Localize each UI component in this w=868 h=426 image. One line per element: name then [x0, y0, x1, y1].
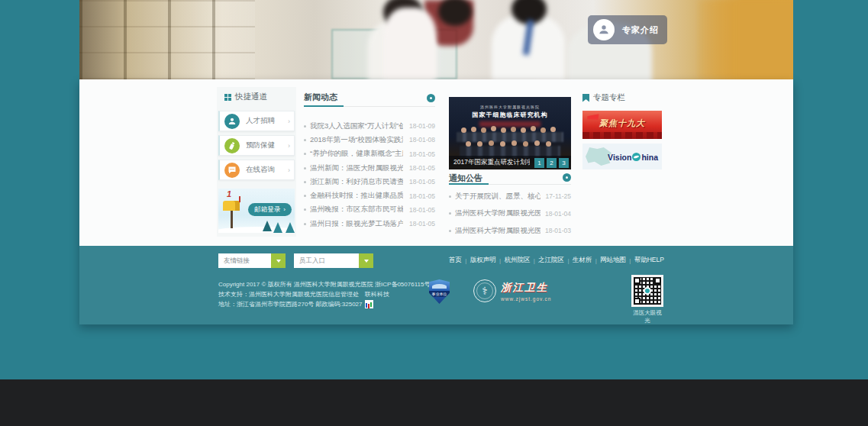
- list-item[interactable]: 温州医科大学附属眼视光医院关于车辆...18-01-04: [449, 205, 571, 223]
- page: 专家介绍 快捷通道 人才招聘 › 预防保健 ›: [0, 0, 868, 426]
- carousel-page-3[interactable]: 3: [559, 158, 569, 168]
- news-link[interactable]: “养护你的眼，健康新概念”主题公...: [310, 149, 403, 159]
- notice-link[interactable]: 关于开展院训、愿景、核心价值观征集...: [455, 192, 540, 202]
- banner-19th-congress-label: 聚焦十九大: [582, 118, 662, 129]
- carousel-page-2[interactable]: 2: [547, 158, 557, 168]
- quick-item-label: 预防保健: [246, 140, 275, 150]
- news-link[interactable]: 我院3人入选国家“万人计划”创新...: [310, 121, 403, 131]
- news-date: 18-01-05: [409, 192, 435, 200]
- globe-icon: [632, 153, 641, 161]
- news-date: 18-01-08: [409, 136, 435, 144]
- news-link[interactable]: 2018年第一场“校园体验实践活动”...: [310, 135, 403, 145]
- mailbox-illustration: 1 邮箱登录 ›: [218, 189, 295, 233]
- quick-item-label: 人才招聘: [246, 116, 275, 126]
- news-link[interactable]: 温州新闻：温医大附属眼视光医院院...: [310, 163, 403, 173]
- footer: 友情链接 员工入口 首页 | 版权声明 | 杭州院区 | 之江院区 | 生材所 …: [79, 246, 793, 324]
- mailbox-flag: [239, 196, 240, 202]
- footer-link-help[interactable]: 帮助HELP: [634, 256, 664, 265]
- content-card: 快捷通道 人才招聘 › 预防保健 › 在线咨询: [79, 79, 793, 324]
- health-seal-badge[interactable]: ⚕: [473, 279, 496, 302]
- chevron-right-icon: ›: [288, 118, 290, 125]
- bullet-icon: [449, 212, 451, 215]
- news-date: 18-01-05: [409, 220, 435, 228]
- more-icon[interactable]: [563, 173, 571, 182]
- dropdown-label: 友情链接: [218, 257, 271, 266]
- expert-intro-button[interactable]: 专家介绍: [588, 15, 667, 44]
- chevron-down-icon[interactable]: [359, 253, 373, 268]
- copyright-line: 技术支持：温州医科大学附属眼视光医院信息管理处 联科科技: [218, 289, 430, 299]
- bullet-icon: [449, 230, 451, 232]
- zhejiang-health-url: www.zjwst.gov.cn: [501, 296, 551, 302]
- footer-link-biomaterials[interactable]: 生材所: [573, 256, 592, 265]
- mail-login-button[interactable]: 邮箱登录 ›: [248, 203, 292, 216]
- news-link[interactable]: 温州日报：眼视光梦工场落户龙湾: [310, 219, 403, 229]
- special-columns-title: 专题专栏: [593, 92, 625, 103]
- news-list: 我院3人入选国家“万人计划”创新...18-01-09 2018年第一场“校园体…: [304, 119, 435, 231]
- photo-carousel[interactable]: 温州医科大学附属眼视光医院 国家干细胞临床研究机构 2017年国家重点研发计划项…: [449, 97, 571, 169]
- qr-finder: [634, 277, 641, 284]
- institution-shield-badge[interactable]: 事业单位: [429, 279, 450, 304]
- footer-link-sitemap[interactable]: 网站地图: [600, 256, 626, 265]
- footer-link-copyright[interactable]: 版权声明: [470, 256, 496, 265]
- quick-item-recruitment[interactable]: 人才招聘 ›: [218, 111, 295, 131]
- zhejiang-health-badge[interactable]: 浙江卫生 www.zjwst.gov.cn: [501, 281, 551, 302]
- bullet-icon: [304, 167, 306, 169]
- notice-link[interactable]: 温州医科大学附属眼视光医院关于流感...: [455, 226, 540, 236]
- list-item[interactable]: 关于开展院训、愿景、核心价值观征集...17-11-25: [449, 188, 571, 205]
- person-icon: [224, 114, 240, 129]
- notice-header: 通知公告: [449, 173, 571, 185]
- carousel-page-1[interactable]: 1: [534, 158, 544, 168]
- tree-shape: [286, 222, 295, 233]
- separator: |: [465, 257, 466, 264]
- vision-china-label: Visionhina: [608, 152, 658, 162]
- list-item[interactable]: 温州新闻：温医大附属眼视光医院院...18-01-05: [304, 161, 435, 175]
- notice-link[interactable]: 温州医科大学附属眼视光医院关于车辆...: [455, 208, 540, 218]
- qr-finder: [654, 277, 661, 284]
- photo-wall: [698, 0, 793, 79]
- list-item[interactable]: 浙江新闻：利好消息市民请查收！温...18-01-05: [304, 175, 435, 189]
- list-item[interactable]: 温州晚报：市区东部市民可就近看眼...18-01-05: [304, 203, 435, 217]
- bullet-icon: [304, 208, 306, 211]
- quick-item-prevention[interactable]: 预防保健 ›: [218, 135, 295, 156]
- bottom-dark-bar: [0, 379, 868, 426]
- bookmark-icon: [582, 94, 589, 102]
- copyright-block: Copyright 2017 © 版权所有 温州医科大学附属眼视光医院 浙ICP…: [218, 279, 430, 309]
- caduceus-icon: ⚕: [482, 285, 488, 297]
- bullet-icon: [304, 195, 306, 197]
- banner-19th-congress[interactable]: 聚焦十九大: [582, 111, 662, 139]
- footer-link-home[interactable]: 首页: [449, 256, 462, 265]
- notice-date: 17-11-25: [546, 192, 571, 200]
- list-item[interactable]: “养护你的眼，健康新概念”主题公...18-01-05: [304, 147, 435, 161]
- friend-links-dropdown[interactable]: 友情链接: [218, 253, 286, 268]
- staff-entrance-dropdown[interactable]: 员工入口: [294, 253, 373, 268]
- bullet-icon: [449, 195, 451, 198]
- chevron-down-icon[interactable]: [271, 253, 286, 268]
- dropdown-label: 员工入口: [294, 257, 359, 266]
- list-item[interactable]: 2018年第一场“校园体验实践活动”...18-01-08: [304, 133, 435, 147]
- list-item[interactable]: 温州日报：眼视光梦工场落户龙湾18-01-05: [304, 217, 435, 231]
- news-link[interactable]: 温州晚报：市区东部市民可就近看眼...: [310, 205, 403, 215]
- bullet-icon: [304, 223, 306, 225]
- list-item[interactable]: 温州医科大学附属眼视光医院关于流感...18-01-03: [449, 222, 571, 240]
- mailbox-icon: [223, 201, 240, 211]
- carousel-people-row: [457, 132, 563, 142]
- address-text: 地址：浙江省温州市学院西路270号 邮政编码:325027: [218, 299, 363, 309]
- photo-cabinet: [79, 0, 255, 79]
- list-item[interactable]: 我院3人入选国家“万人计划”创新...18-01-09: [304, 119, 435, 133]
- quick-item-consult[interactable]: 在线咨询 ›: [218, 160, 295, 180]
- mail-login-label: 邮箱登录: [254, 205, 280, 215]
- vision-china-banner[interactable]: Visionhina: [582, 144, 662, 169]
- separator: |: [595, 257, 597, 264]
- carousel-caption[interactable]: 2017年国家重点研发计划项目启动...: [453, 158, 530, 167]
- footer-link-hangzhou[interactable]: 杭州院区: [504, 256, 530, 265]
- mailbox-count: 1: [227, 189, 231, 198]
- news-link[interactable]: 浙江新闻：利好消息市民请查收！温...: [310, 177, 403, 187]
- footer-link-zhijiang[interactable]: 之江院区: [538, 256, 564, 265]
- more-icon[interactable]: [427, 94, 435, 102]
- list-item[interactable]: 金融科技时报：推出健康品质化、科...18-01-05: [304, 189, 435, 202]
- bullet-icon: [304, 125, 306, 127]
- bullet-icon: [304, 181, 306, 183]
- news-link[interactable]: 金融科技时报：推出健康品质化、科...: [310, 191, 403, 201]
- active-tab-underline: [304, 105, 344, 107]
- quick-channel-header: 快捷通道: [224, 92, 267, 102]
